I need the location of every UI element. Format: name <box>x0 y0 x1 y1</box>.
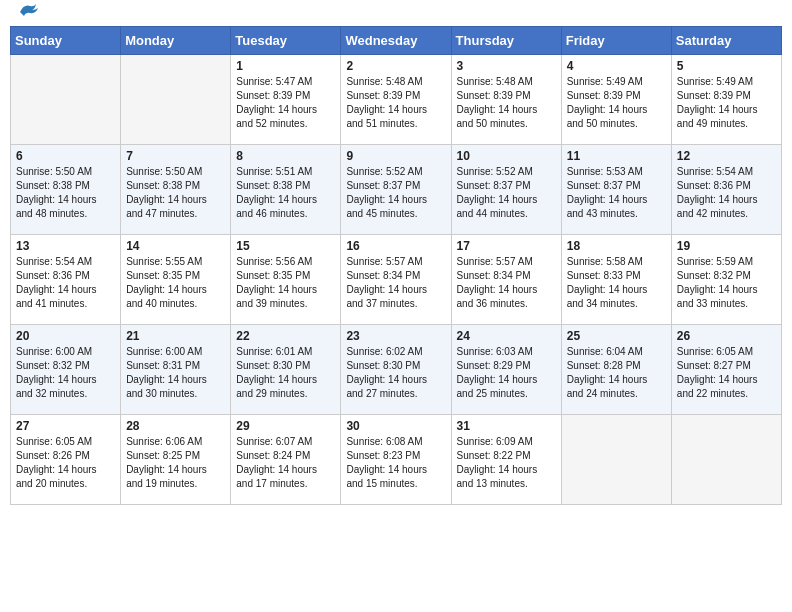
calendar-cell: 11Sunrise: 5:53 AMSunset: 8:37 PMDayligh… <box>561 145 671 235</box>
calendar-cell: 7Sunrise: 5:50 AMSunset: 8:38 PMDaylight… <box>121 145 231 235</box>
calendar-cell: 20Sunrise: 6:00 AMSunset: 8:32 PMDayligh… <box>11 325 121 415</box>
day-number: 8 <box>236 149 335 163</box>
day-number: 7 <box>126 149 225 163</box>
day-number: 12 <box>677 149 776 163</box>
day-info: Sunrise: 6:01 AMSunset: 8:30 PMDaylight:… <box>236 345 335 401</box>
calendar-cell: 12Sunrise: 5:54 AMSunset: 8:36 PMDayligh… <box>671 145 781 235</box>
calendar-cell: 24Sunrise: 6:03 AMSunset: 8:29 PMDayligh… <box>451 325 561 415</box>
day-info: Sunrise: 5:52 AMSunset: 8:37 PMDaylight:… <box>457 165 556 221</box>
day-number: 29 <box>236 419 335 433</box>
calendar-cell: 10Sunrise: 5:52 AMSunset: 8:37 PMDayligh… <box>451 145 561 235</box>
day-header-saturday: Saturday <box>671 27 781 55</box>
calendar-cell: 18Sunrise: 5:58 AMSunset: 8:33 PMDayligh… <box>561 235 671 325</box>
day-info: Sunrise: 5:51 AMSunset: 8:38 PMDaylight:… <box>236 165 335 221</box>
day-header-wednesday: Wednesday <box>341 27 451 55</box>
day-number: 17 <box>457 239 556 253</box>
day-number: 10 <box>457 149 556 163</box>
calendar-cell: 2Sunrise: 5:48 AMSunset: 8:39 PMDaylight… <box>341 55 451 145</box>
calendar-cell: 1Sunrise: 5:47 AMSunset: 8:39 PMDaylight… <box>231 55 341 145</box>
day-info: Sunrise: 5:56 AMSunset: 8:35 PMDaylight:… <box>236 255 335 311</box>
calendar-cell <box>561 415 671 505</box>
calendar-cell <box>121 55 231 145</box>
day-number: 1 <box>236 59 335 73</box>
day-number: 6 <box>16 149 115 163</box>
day-number: 18 <box>567 239 666 253</box>
logo <box>14 10 40 18</box>
day-info: Sunrise: 5:47 AMSunset: 8:39 PMDaylight:… <box>236 75 335 131</box>
day-info: Sunrise: 5:49 AMSunset: 8:39 PMDaylight:… <box>677 75 776 131</box>
calendar-cell: 30Sunrise: 6:08 AMSunset: 8:23 PMDayligh… <box>341 415 451 505</box>
calendar-cell: 5Sunrise: 5:49 AMSunset: 8:39 PMDaylight… <box>671 55 781 145</box>
day-info: Sunrise: 5:57 AMSunset: 8:34 PMDaylight:… <box>346 255 445 311</box>
day-number: 2 <box>346 59 445 73</box>
day-info: Sunrise: 5:48 AMSunset: 8:39 PMDaylight:… <box>457 75 556 131</box>
day-number: 22 <box>236 329 335 343</box>
day-info: Sunrise: 5:52 AMSunset: 8:37 PMDaylight:… <box>346 165 445 221</box>
calendar-cell: 13Sunrise: 5:54 AMSunset: 8:36 PMDayligh… <box>11 235 121 325</box>
logo-bird-icon <box>16 2 40 22</box>
day-info: Sunrise: 6:00 AMSunset: 8:31 PMDaylight:… <box>126 345 225 401</box>
day-info: Sunrise: 5:48 AMSunset: 8:39 PMDaylight:… <box>346 75 445 131</box>
calendar-cell <box>671 415 781 505</box>
day-number: 9 <box>346 149 445 163</box>
day-number: 5 <box>677 59 776 73</box>
calendar-cell: 31Sunrise: 6:09 AMSunset: 8:22 PMDayligh… <box>451 415 561 505</box>
day-info: Sunrise: 5:50 AMSunset: 8:38 PMDaylight:… <box>16 165 115 221</box>
calendar-cell: 27Sunrise: 6:05 AMSunset: 8:26 PMDayligh… <box>11 415 121 505</box>
day-info: Sunrise: 5:58 AMSunset: 8:33 PMDaylight:… <box>567 255 666 311</box>
day-info: Sunrise: 6:04 AMSunset: 8:28 PMDaylight:… <box>567 345 666 401</box>
day-number: 11 <box>567 149 666 163</box>
calendar-week-row: 6Sunrise: 5:50 AMSunset: 8:38 PMDaylight… <box>11 145 782 235</box>
day-info: Sunrise: 5:49 AMSunset: 8:39 PMDaylight:… <box>567 75 666 131</box>
day-number: 26 <box>677 329 776 343</box>
calendar-header-row: SundayMondayTuesdayWednesdayThursdayFrid… <box>11 27 782 55</box>
calendar-cell: 15Sunrise: 5:56 AMSunset: 8:35 PMDayligh… <box>231 235 341 325</box>
day-info: Sunrise: 5:54 AMSunset: 8:36 PMDaylight:… <box>16 255 115 311</box>
calendar-week-row: 27Sunrise: 6:05 AMSunset: 8:26 PMDayligh… <box>11 415 782 505</box>
calendar-cell: 23Sunrise: 6:02 AMSunset: 8:30 PMDayligh… <box>341 325 451 415</box>
day-number: 23 <box>346 329 445 343</box>
day-info: Sunrise: 6:08 AMSunset: 8:23 PMDaylight:… <box>346 435 445 491</box>
day-number: 15 <box>236 239 335 253</box>
calendar-cell: 14Sunrise: 5:55 AMSunset: 8:35 PMDayligh… <box>121 235 231 325</box>
day-number: 3 <box>457 59 556 73</box>
day-info: Sunrise: 5:54 AMSunset: 8:36 PMDaylight:… <box>677 165 776 221</box>
day-number: 27 <box>16 419 115 433</box>
day-info: Sunrise: 6:07 AMSunset: 8:24 PMDaylight:… <box>236 435 335 491</box>
day-info: Sunrise: 5:57 AMSunset: 8:34 PMDaylight:… <box>457 255 556 311</box>
day-info: Sunrise: 6:03 AMSunset: 8:29 PMDaylight:… <box>457 345 556 401</box>
day-header-tuesday: Tuesday <box>231 27 341 55</box>
day-number: 14 <box>126 239 225 253</box>
day-header-thursday: Thursday <box>451 27 561 55</box>
day-number: 30 <box>346 419 445 433</box>
day-number: 19 <box>677 239 776 253</box>
calendar-cell: 28Sunrise: 6:06 AMSunset: 8:25 PMDayligh… <box>121 415 231 505</box>
day-info: Sunrise: 6:02 AMSunset: 8:30 PMDaylight:… <box>346 345 445 401</box>
calendar-cell: 29Sunrise: 6:07 AMSunset: 8:24 PMDayligh… <box>231 415 341 505</box>
day-info: Sunrise: 5:53 AMSunset: 8:37 PMDaylight:… <box>567 165 666 221</box>
calendar-cell: 21Sunrise: 6:00 AMSunset: 8:31 PMDayligh… <box>121 325 231 415</box>
day-number: 4 <box>567 59 666 73</box>
calendar-week-row: 20Sunrise: 6:00 AMSunset: 8:32 PMDayligh… <box>11 325 782 415</box>
calendar-cell: 17Sunrise: 5:57 AMSunset: 8:34 PMDayligh… <box>451 235 561 325</box>
calendar-week-row: 1Sunrise: 5:47 AMSunset: 8:39 PMDaylight… <box>11 55 782 145</box>
day-info: Sunrise: 6:05 AMSunset: 8:26 PMDaylight:… <box>16 435 115 491</box>
calendar-cell: 9Sunrise: 5:52 AMSunset: 8:37 PMDaylight… <box>341 145 451 235</box>
day-number: 16 <box>346 239 445 253</box>
header <box>10 10 782 18</box>
calendar-cell: 6Sunrise: 5:50 AMSunset: 8:38 PMDaylight… <box>11 145 121 235</box>
day-number: 21 <box>126 329 225 343</box>
calendar: SundayMondayTuesdayWednesdayThursdayFrid… <box>10 26 782 505</box>
calendar-cell: 22Sunrise: 6:01 AMSunset: 8:30 PMDayligh… <box>231 325 341 415</box>
day-info: Sunrise: 6:00 AMSunset: 8:32 PMDaylight:… <box>16 345 115 401</box>
calendar-cell: 19Sunrise: 5:59 AMSunset: 8:32 PMDayligh… <box>671 235 781 325</box>
calendar-cell <box>11 55 121 145</box>
day-number: 31 <box>457 419 556 433</box>
calendar-cell: 25Sunrise: 6:04 AMSunset: 8:28 PMDayligh… <box>561 325 671 415</box>
day-info: Sunrise: 6:05 AMSunset: 8:27 PMDaylight:… <box>677 345 776 401</box>
day-number: 25 <box>567 329 666 343</box>
day-number: 24 <box>457 329 556 343</box>
day-header-sunday: Sunday <box>11 27 121 55</box>
day-header-friday: Friday <box>561 27 671 55</box>
day-info: Sunrise: 6:09 AMSunset: 8:22 PMDaylight:… <box>457 435 556 491</box>
